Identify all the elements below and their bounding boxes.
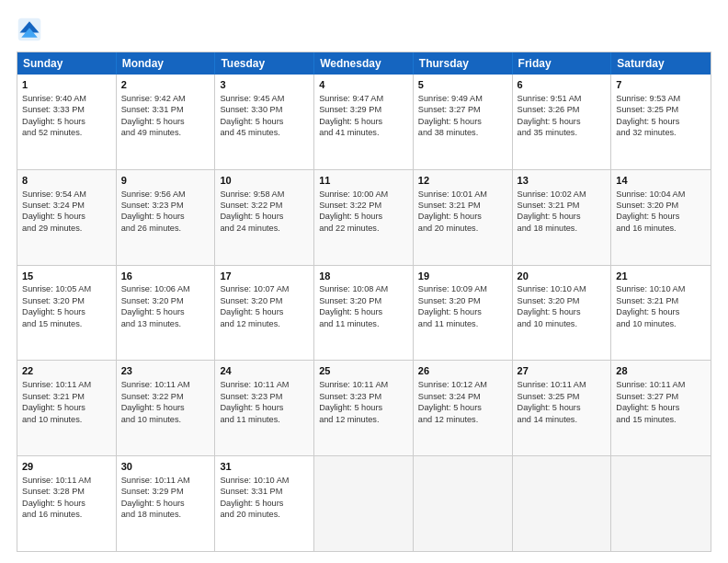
day-cell-12: 12Sunrise: 10:01 AM Sunset: 3:21 PM Dayl… [414,170,513,265]
header-day-tuesday: Tuesday [215,52,314,75]
day-number: 22 [22,364,111,378]
day-number: 5 [418,78,507,92]
empty-cell-4-4 [414,456,513,551]
day-info: Sunrise: 10:11 AM Sunset: 3:28 PM Daylig… [22,476,91,519]
day-number: 26 [418,364,507,378]
header-day-wednesday: Wednesday [314,52,414,75]
day-cell-11: 11Sunrise: 10:00 AM Sunset: 3:22 PM Dayl… [314,170,414,265]
day-info: Sunrise: 10:06 AM Sunset: 3:20 PM Daylig… [121,284,190,327]
day-info: Sunrise: 10:11 AM Sunset: 3:21 PM Daylig… [22,380,91,423]
day-cell-21: 21Sunrise: 10:10 AM Sunset: 3:21 PM Dayl… [611,266,711,361]
header-day-sunday: Sunday [17,52,117,75]
day-info: Sunrise: 9:42 AM Sunset: 3:31 PM Dayligh… [121,94,186,137]
day-info: Sunrise: 10:11 AM Sunset: 3:25 PM Daylig… [518,380,586,423]
day-number: 1 [22,78,111,92]
header-day-monday: Monday [117,52,216,75]
day-cell-4: 4Sunrise: 9:47 AM Sunset: 3:29 PM Daylig… [314,75,414,169]
day-cell-22: 22Sunrise: 10:11 AM Sunset: 3:21 PM Dayl… [17,361,117,455]
day-info: Sunrise: 9:40 AM Sunset: 3:33 PM Dayligh… [22,94,86,137]
day-number: 13 [518,174,607,188]
day-cell-17: 17Sunrise: 10:07 AM Sunset: 3:20 PM Dayl… [215,266,314,361]
logo-icon [17,17,42,42]
day-info: Sunrise: 10:12 AM Sunset: 3:24 PM Daylig… [418,380,487,423]
day-cell-6: 6Sunrise: 9:51 AM Sunset: 3:26 PM Daylig… [513,75,612,169]
day-info: Sunrise: 9:45 AM Sunset: 3:30 PM Dayligh… [220,94,284,137]
calendar: SundayMondayTuesdayWednesdayThursdayFrid… [17,52,711,552]
day-cell-1: 1Sunrise: 9:40 AM Sunset: 3:33 PM Daylig… [17,75,117,169]
day-info: Sunrise: 10:05 AM Sunset: 3:20 PM Daylig… [22,284,91,327]
day-cell-19: 19Sunrise: 10:09 AM Sunset: 3:20 PM Dayl… [414,266,513,361]
logo [17,17,46,42]
day-number: 12 [418,174,507,188]
day-number: 6 [518,78,607,92]
day-number: 7 [616,78,706,92]
day-cell-10: 10Sunrise: 9:58 AM Sunset: 3:22 PM Dayli… [215,170,314,265]
day-info: Sunrise: 10:04 AM Sunset: 3:20 PM Daylig… [616,190,685,233]
day-cell-5: 5Sunrise: 9:49 AM Sunset: 3:27 PM Daylig… [414,75,513,169]
day-cell-9: 9Sunrise: 9:56 AM Sunset: 3:23 PM Daylig… [117,170,216,265]
header [17,17,711,42]
day-info: Sunrise: 10:00 AM Sunset: 3:22 PM Daylig… [319,190,388,233]
empty-cell-4-6 [611,456,711,551]
calendar-header: SundayMondayTuesdayWednesdayThursdayFrid… [17,52,711,75]
day-cell-16: 16Sunrise: 10:06 AM Sunset: 3:20 PM Dayl… [117,266,216,361]
day-number: 8 [22,174,111,188]
day-cell-18: 18Sunrise: 10:08 AM Sunset: 3:20 PM Dayl… [314,266,414,361]
day-info: Sunrise: 10:01 AM Sunset: 3:21 PM Daylig… [418,190,487,233]
day-info: Sunrise: 9:49 AM Sunset: 3:27 PM Dayligh… [418,94,483,137]
day-info: Sunrise: 10:10 AM Sunset: 3:31 PM Daylig… [220,476,289,519]
day-cell-24: 24Sunrise: 10:11 AM Sunset: 3:23 PM Dayl… [215,361,314,455]
day-info: Sunrise: 9:54 AM Sunset: 3:24 PM Dayligh… [22,190,86,233]
day-info: Sunrise: 10:10 AM Sunset: 3:20 PM Daylig… [518,284,586,327]
day-number: 3 [220,78,309,92]
day-info: Sunrise: 10:11 AM Sunset: 3:22 PM Daylig… [121,380,190,423]
day-cell-31: 31Sunrise: 10:10 AM Sunset: 3:31 PM Dayl… [215,456,314,551]
day-cell-20: 20Sunrise: 10:10 AM Sunset: 3:20 PM Dayl… [513,266,612,361]
day-info: Sunrise: 9:56 AM Sunset: 3:23 PM Dayligh… [121,190,186,233]
day-number: 23 [121,364,210,378]
day-cell-13: 13Sunrise: 10:02 AM Sunset: 3:21 PM Dayl… [513,170,612,265]
day-number: 4 [319,78,408,92]
day-cell-26: 26Sunrise: 10:12 AM Sunset: 3:24 PM Dayl… [414,361,513,455]
calendar-row-2: 8Sunrise: 9:54 AM Sunset: 3:24 PM Daylig… [17,170,711,266]
day-info: Sunrise: 10:11 AM Sunset: 3:27 PM Daylig… [616,380,685,423]
day-info: Sunrise: 10:11 AM Sunset: 3:23 PM Daylig… [220,380,289,423]
header-day-friday: Friday [513,52,612,75]
calendar-row-5: 29Sunrise: 10:11 AM Sunset: 3:28 PM Dayl… [17,456,711,551]
day-cell-28: 28Sunrise: 10:11 AM Sunset: 3:27 PM Dayl… [611,361,711,455]
day-info: Sunrise: 10:10 AM Sunset: 3:21 PM Daylig… [616,284,685,327]
calendar-row-4: 22Sunrise: 10:11 AM Sunset: 3:21 PM Dayl… [17,361,711,456]
day-number: 21 [616,270,706,283]
day-cell-25: 25Sunrise: 10:11 AM Sunset: 3:23 PM Dayl… [314,361,414,455]
day-number: 10 [220,174,309,188]
day-info: Sunrise: 10:11 AM Sunset: 3:23 PM Daylig… [319,380,388,423]
day-number: 18 [319,270,408,283]
empty-cell-4-3 [314,456,414,551]
day-number: 20 [518,270,607,283]
day-info: Sunrise: 9:53 AM Sunset: 3:25 PM Dayligh… [616,94,680,137]
day-info: Sunrise: 10:08 AM Sunset: 3:20 PM Daylig… [319,284,388,327]
day-cell-27: 27Sunrise: 10:11 AM Sunset: 3:25 PM Dayl… [513,361,612,455]
day-cell-15: 15Sunrise: 10:05 AM Sunset: 3:20 PM Dayl… [17,266,117,361]
day-number: 29 [22,460,111,474]
calendar-body: 1Sunrise: 9:40 AM Sunset: 3:33 PM Daylig… [17,75,711,551]
day-number: 28 [616,364,706,378]
day-number: 16 [121,270,210,283]
day-info: Sunrise: 10:09 AM Sunset: 3:20 PM Daylig… [418,284,487,327]
day-number: 17 [220,270,309,283]
day-number: 25 [319,364,408,378]
day-cell-2: 2Sunrise: 9:42 AM Sunset: 3:31 PM Daylig… [117,75,216,169]
day-info: Sunrise: 10:11 AM Sunset: 3:29 PM Daylig… [121,476,190,519]
empty-cell-4-5 [513,456,612,551]
day-cell-23: 23Sunrise: 10:11 AM Sunset: 3:22 PM Dayl… [117,361,216,455]
day-cell-29: 29Sunrise: 10:11 AM Sunset: 3:28 PM Dayl… [17,456,117,551]
day-number: 14 [616,174,706,188]
day-info: Sunrise: 9:47 AM Sunset: 3:29 PM Dayligh… [319,94,383,137]
day-cell-14: 14Sunrise: 10:04 AM Sunset: 3:20 PM Dayl… [611,170,711,265]
day-cell-8: 8Sunrise: 9:54 AM Sunset: 3:24 PM Daylig… [17,170,117,265]
day-cell-3: 3Sunrise: 9:45 AM Sunset: 3:30 PM Daylig… [215,75,314,169]
header-day-thursday: Thursday [414,52,513,75]
day-number: 24 [220,364,309,378]
day-info: Sunrise: 9:58 AM Sunset: 3:22 PM Dayligh… [220,190,284,233]
calendar-row-1: 1Sunrise: 9:40 AM Sunset: 3:33 PM Daylig… [17,75,711,170]
